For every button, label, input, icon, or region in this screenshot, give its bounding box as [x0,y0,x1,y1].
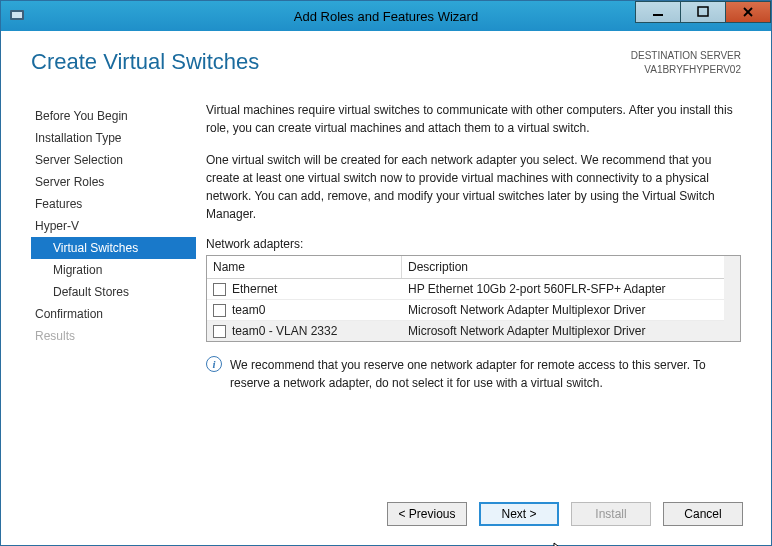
adapter-checkbox[interactable] [213,283,226,296]
info-text: We recommend that you reserve one networ… [230,356,741,392]
intro-paragraph-1: Virtual machines require virtual switche… [206,101,741,137]
svg-rect-2 [653,14,663,16]
adapters-label: Network adapters: [206,237,741,251]
adapter-checkbox[interactable] [213,325,226,338]
nav-default-stores[interactable]: Default Stores [31,281,196,303]
adapter-description: HP Ethernet 10Gb 2-port 560FLR-SFP+ Adap… [402,279,724,299]
window-title: Add Roles and Features Wizard [294,9,478,24]
nav-server-roles[interactable]: Server Roles [31,171,196,193]
svg-rect-1 [12,12,22,18]
adapter-checkbox[interactable] [213,304,226,317]
wizard-nav: Before You Begin Installation Type Serve… [31,101,196,497]
destination-value: VA1BRYFHYPERV02 [631,63,741,77]
content-area: Create Virtual Switches DESTINATION SERV… [1,31,771,545]
page-title: Create Virtual Switches [31,49,259,75]
body: Before You Begin Installation Type Serve… [1,91,771,497]
nav-confirmation[interactable]: Confirmation [31,303,196,325]
adapters-grid: Name Description Ethernet HP Ethernet 10… [206,255,741,342]
adapter-description: Microsoft Network Adapter Multiplexor Dr… [402,300,724,320]
intro-paragraph-2: One virtual switch will be created for e… [206,151,741,223]
destination-server: DESTINATION SERVER VA1BRYFHYPERV02 [631,49,741,77]
titlebar[interactable]: Add Roles and Features Wizard [1,1,771,31]
nav-installation-type[interactable]: Installation Type [31,127,196,149]
minimize-button[interactable] [635,1,681,23]
install-button: Install [571,502,651,526]
header: Create Virtual Switches DESTINATION SERV… [1,31,771,91]
footer: < Previous Next > Install Cancel [1,497,771,545]
info-icon: i [206,356,222,372]
info-note: i We recommend that you reserve one netw… [206,356,741,392]
main-panel: Virtual machines require virtual switche… [196,101,741,497]
cancel-button[interactable]: Cancel [663,502,743,526]
adapter-name: Ethernet [232,282,277,296]
nav-server-selection[interactable]: Server Selection [31,149,196,171]
window-controls [636,1,771,25]
grid-header: Name Description [207,256,724,279]
app-icon [7,5,27,25]
destination-label: DESTINATION SERVER [631,49,741,63]
adapter-row[interactable]: team0 - VLAN 2332 Microsoft Network Adap… [207,321,724,341]
adapter-row[interactable]: Ethernet HP Ethernet 10Gb 2-port 560FLR-… [207,279,724,300]
adapter-name: team0 [232,303,265,317]
nav-virtual-switches[interactable]: Virtual Switches [31,237,196,259]
next-button[interactable]: Next > [479,502,559,526]
close-button[interactable] [725,1,771,23]
col-header-name[interactable]: Name [207,256,402,278]
nav-before-you-begin[interactable]: Before You Begin [31,105,196,127]
nav-features[interactable]: Features [31,193,196,215]
nav-migration[interactable]: Migration [31,259,196,281]
previous-button[interactable]: < Previous [387,502,467,526]
grid-scrollbar[interactable] [724,256,740,341]
nav-hyper-v[interactable]: Hyper-V [31,215,196,237]
svg-rect-3 [698,7,708,16]
adapter-name: team0 - VLAN 2332 [232,324,337,338]
nav-results: Results [31,325,196,347]
adapter-row[interactable]: team0 Microsoft Network Adapter Multiple… [207,300,724,321]
maximize-button[interactable] [680,1,726,23]
col-header-description[interactable]: Description [402,256,724,278]
wizard-window: Add Roles and Features Wizard Create Vir… [0,0,772,546]
adapter-description: Microsoft Network Adapter Multiplexor Dr… [402,321,724,341]
